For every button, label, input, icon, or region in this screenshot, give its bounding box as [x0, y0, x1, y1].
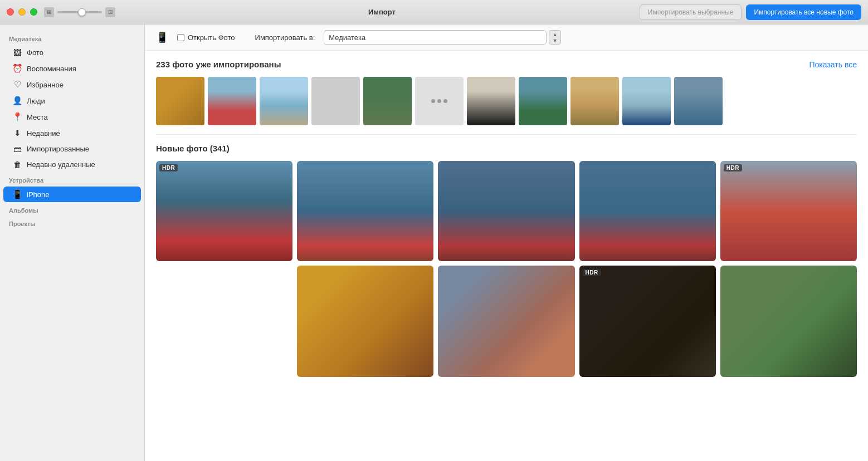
- memories-icon: ⏰: [12, 63, 22, 73]
- sidebar-item-label: iPhone: [27, 190, 49, 199]
- titlebar-actions: Импортировать выбранные Импортировать вс…: [640, 4, 861, 20]
- sidebar: Медиатека 🖼 Фото ⏰ Воспоминания ♡ Избран…: [0, 24, 145, 461]
- minimize-button[interactable]: [18, 8, 26, 16]
- new-photo-10[interactable]: [720, 266, 857, 377]
- sidebar-item-imported[interactable]: 🗃 Импортированные: [3, 141, 141, 156]
- imported-thumb-2[interactable]: [208, 77, 256, 125]
- projects-section-label: Проекты: [0, 216, 144, 229]
- zoom-slider-container: [57, 11, 102, 13]
- sidebar-item-label: Фото: [27, 48, 43, 57]
- traffic-lights: [7, 8, 37, 16]
- new-photo-2[interactable]: [297, 161, 433, 261]
- new-photos-grid: HDR HDR HDR: [156, 161, 857, 377]
- imported-thumb-9[interactable]: [570, 77, 619, 125]
- imported-thumb-5[interactable]: [363, 77, 412, 125]
- new-photos-title: Новые фото (341): [156, 144, 230, 153]
- window-title: Импорт: [124, 8, 640, 16]
- fullscreen-button[interactable]: ⊡: [105, 7, 115, 17]
- imported-thumb-8[interactable]: [519, 77, 567, 125]
- sidebar-item-photos[interactable]: 🖼 Фото: [3, 45, 141, 60]
- photos-icon: 🖼: [12, 48, 22, 57]
- new-photo-3[interactable]: [438, 161, 574, 261]
- new-photo-9[interactable]: HDR: [579, 266, 716, 377]
- sidebar-item-people[interactable]: 👤 Люди: [3, 93, 141, 109]
- imported-thumb-10[interactable]: [622, 77, 671, 125]
- sidebar-item-recent[interactable]: ⬇ Недавние: [3, 125, 141, 141]
- show-all-link[interactable]: Показать все: [810, 60, 857, 69]
- iphone-icon: 📱: [12, 189, 22, 199]
- sidebar-item-deleted[interactable]: 🗑 Недавно удаленные: [3, 157, 141, 172]
- sidebar-item-label: Недавние: [27, 129, 60, 138]
- select-arrow-button[interactable]: ▲ ▼: [549, 30, 561, 45]
- close-button[interactable]: [7, 8, 14, 16]
- imported-section: 233 фото уже импортированы Показать все: [145, 51, 868, 134]
- imported-thumb-1[interactable]: [156, 77, 204, 125]
- zoom-slider-track: [57, 11, 102, 13]
- open-photo-checkbox[interactable]: [177, 34, 184, 41]
- new-photo-5[interactable]: HDR: [720, 161, 857, 261]
- maximize-button[interactable]: [30, 8, 37, 16]
- sidebar-item-favorites[interactable]: ♡ Избранное: [3, 77, 141, 92]
- sidebar-item-memories[interactable]: ⏰ Воспоминания: [3, 61, 141, 76]
- imported-icon: 🗃: [12, 144, 22, 154]
- import-all-button[interactable]: Импортировать все новые фото: [746, 4, 861, 20]
- import-selected-button[interactable]: Импортировать выбранные: [640, 4, 742, 20]
- zoom-slider-thumb[interactable]: [78, 8, 86, 16]
- main-layout: Медиатека 🖼 Фото ⏰ Воспоминания ♡ Избран…: [0, 24, 868, 461]
- new-photo-7[interactable]: [297, 266, 433, 377]
- imported-title: 233 фото уже импортированы: [156, 60, 281, 69]
- imported-thumb-3[interactable]: [260, 77, 308, 125]
- sidebar-item-places[interactable]: 📍 Места: [3, 109, 141, 125]
- more-indicator: [415, 77, 464, 125]
- window-controls: ⊞ ⊡: [44, 7, 115, 17]
- imported-section-header: 233 фото уже импортированы Показать все: [156, 60, 857, 69]
- hdr-badge-1: HDR: [159, 164, 178, 171]
- sidebar-item-label: Импортированные: [27, 145, 89, 153]
- dot-2: [437, 99, 441, 103]
- more-dots: [431, 99, 447, 103]
- library-section-label: Медиатека: [0, 31, 144, 45]
- new-photos-section: Новые фото (341) HDR HDR HDR: [145, 135, 868, 386]
- imported-thumb-11[interactable]: [674, 77, 723, 125]
- sidebar-item-label: Воспоминания: [27, 65, 76, 73]
- sidebar-item-iphone[interactable]: 📱 iPhone: [3, 187, 141, 202]
- dot-1: [431, 99, 435, 103]
- albums-section-label: Альбомы: [0, 203, 144, 216]
- import-to-label: Импортировать в:: [255, 33, 315, 42]
- sidebar-item-label: Избранное: [27, 81, 64, 89]
- sidebar-item-label: Люди: [27, 97, 45, 105]
- dot-3: [443, 99, 447, 103]
- devices-section-label: Устройства: [0, 173, 144, 186]
- new-photos-header: Новые фото (341): [156, 144, 857, 153]
- imported-thumb-7[interactable]: [467, 77, 515, 125]
- places-icon: 📍: [12, 112, 22, 122]
- people-icon: 👤: [12, 96, 22, 106]
- import-bar: 📱 Открыть Фото Импортировать в: Медиатек…: [145, 24, 868, 51]
- device-small-icon: 📱: [156, 31, 168, 43]
- sidebar-toggle-button[interactable]: ⊞: [44, 7, 54, 17]
- imported-thumb-4[interactable]: [311, 77, 360, 125]
- imported-photos-row: [156, 77, 857, 125]
- deleted-icon: 🗑: [12, 160, 22, 169]
- recent-icon: ⬇: [12, 128, 22, 138]
- hdr-badge-5: HDR: [724, 164, 742, 171]
- sidebar-item-label: Места: [27, 113, 48, 121]
- new-photo-8[interactable]: [438, 266, 574, 377]
- new-photo-6[interactable]: [156, 266, 292, 377]
- hdr-badge-8: HDR: [583, 269, 601, 276]
- open-photo-checkbox-label[interactable]: Открыть Фото: [177, 33, 235, 42]
- favorites-icon: ♡: [12, 80, 22, 90]
- new-photo-4[interactable]: [579, 161, 716, 261]
- content-area: 📱 Открыть Фото Импортировать в: Медиатек…: [145, 24, 868, 461]
- import-to-select: Медиатека ▲ ▼: [324, 30, 561, 45]
- library-select[interactable]: Медиатека: [324, 30, 547, 45]
- sidebar-item-label: Недавно удаленные: [27, 160, 95, 169]
- new-photo-1[interactable]: HDR: [156, 161, 292, 261]
- titlebar: ⊞ ⊡ Импорт Импортировать выбранные Импор…: [0, 0, 868, 24]
